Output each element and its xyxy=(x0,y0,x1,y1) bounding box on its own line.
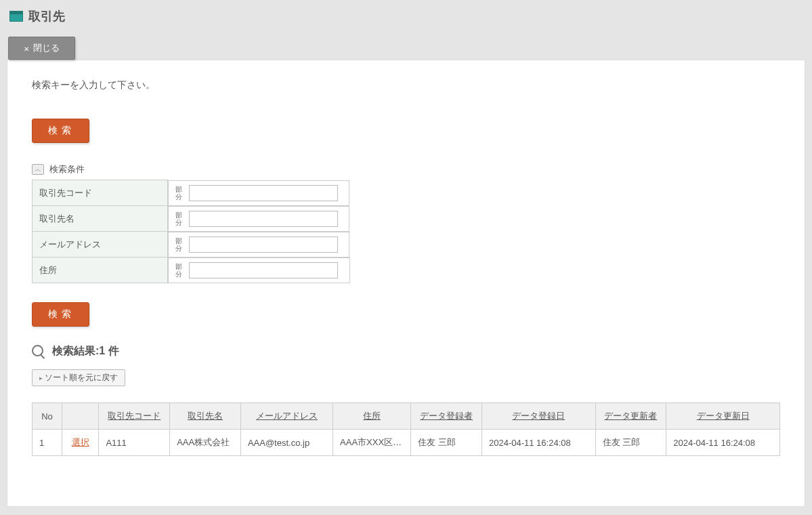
cell-code: A111 xyxy=(99,430,170,456)
match-type-label: 部分 xyxy=(175,211,185,226)
reset-sort-label: ソート順を元に戻す xyxy=(45,372,118,384)
cell-reg-date: 2024-04-11 16:24:08 xyxy=(482,430,596,456)
search-field-row: 取引先名 部分 xyxy=(33,206,350,232)
cell-reg-user: 住友 三郎 xyxy=(411,430,482,456)
results-table: No 取引先コード 取引先名 メールアドレス 住所 データ登録者 データ登録日 … xyxy=(32,403,780,456)
col-header-select xyxy=(62,403,98,430)
instruction-text: 検索キーを入力して下さい。 xyxy=(32,79,780,91)
window-icon xyxy=(9,11,23,22)
table-row: 1 選択 A111 AAA株式会社 AAA@test.co.jp AAA市XXX… xyxy=(33,430,780,456)
top-bar: 閉じる xyxy=(0,30,812,60)
search-button-top[interactable]: 検索 xyxy=(32,119,89,143)
search-field-row: メールアドレス 部分 xyxy=(33,232,350,258)
col-header-no: No xyxy=(33,403,62,430)
close-button[interactable]: 閉じる xyxy=(8,37,75,60)
col-header-code[interactable]: 取引先コード xyxy=(99,403,170,430)
search-field-label: メールアドレス xyxy=(33,232,168,258)
code-search-input[interactable] xyxy=(189,185,338,201)
search-field-label: 取引先コード xyxy=(33,180,168,206)
col-header-email[interactable]: メールアドレス xyxy=(240,403,333,430)
match-type-label: 部分 xyxy=(175,186,185,201)
name-search-input[interactable] xyxy=(189,211,338,227)
email-search-input[interactable] xyxy=(189,236,338,253)
search-icon xyxy=(32,345,45,358)
search-field-input-cell: 部分 xyxy=(168,232,349,258)
cell-name: AAA株式会社 xyxy=(170,430,241,456)
search-conditions-toggle: ︿ 検索条件 xyxy=(32,163,780,176)
close-button-label: 閉じる xyxy=(33,42,60,54)
search-button-bottom[interactable]: 検索 xyxy=(32,302,89,327)
cell-upd-date: 2024-04-11 16:24:08 xyxy=(666,430,780,456)
page-title: 取引先 xyxy=(28,8,65,24)
cell-email: AAA@test.co.jp xyxy=(240,430,333,456)
col-header-upd-date[interactable]: データ更新日 xyxy=(666,403,780,430)
search-conditions-table: 取引先コード 部分 取引先名 部分 メールアドレス 部分 住所 部分 xyxy=(32,180,350,283)
col-header-upd-user[interactable]: データ更新者 xyxy=(595,403,666,430)
match-type-label: 部分 xyxy=(175,263,185,278)
chevron-up-icon: ︿ xyxy=(35,165,41,174)
reset-sort-button[interactable]: ソート順を元に戻す xyxy=(32,369,125,386)
search-field-input-cell: 部分 xyxy=(168,180,349,206)
main-panel: 検索キーを入力して下さい。 検索 ︿ 検索条件 取引先コード 部分 取引先名 部… xyxy=(7,60,805,507)
search-field-label: 住所 xyxy=(33,258,168,283)
col-header-reg-date[interactable]: データ登録日 xyxy=(482,403,596,430)
search-field-input-cell: 部分 xyxy=(168,258,350,283)
search-conditions-label: 検索条件 xyxy=(49,163,85,176)
results-header-row: No 取引先コード 取引先名 メールアドレス 住所 データ登録者 データ登録日 … xyxy=(33,403,780,430)
results-title: 検索結果:1 件 xyxy=(52,344,119,358)
search-field-row: 取引先コード 部分 xyxy=(33,180,350,206)
search-field-input-cell: 部分 xyxy=(168,206,349,232)
cell-no: 1 xyxy=(33,430,62,456)
col-header-address[interactable]: 住所 xyxy=(333,403,411,430)
search-field-row: 住所 部分 xyxy=(33,258,350,283)
match-type-label: 部分 xyxy=(175,237,185,252)
page-header: 取引先 xyxy=(0,0,812,30)
col-header-reg-user[interactable]: データ登録者 xyxy=(411,403,482,430)
results-header: 検索結果:1 件 xyxy=(32,344,780,358)
close-icon xyxy=(24,43,29,54)
cell-upd-user: 住友 三郎 xyxy=(595,430,666,456)
collapse-toggle-button[interactable]: ︿ xyxy=(32,164,44,175)
search-field-label: 取引先名 xyxy=(33,206,168,232)
cell-address: AAA市XXX区… xyxy=(333,430,411,456)
address-search-input[interactable] xyxy=(189,262,338,279)
cell-select: 選択 xyxy=(62,430,98,456)
select-link[interactable]: 選択 xyxy=(72,437,89,447)
col-header-name[interactable]: 取引先名 xyxy=(170,403,241,430)
